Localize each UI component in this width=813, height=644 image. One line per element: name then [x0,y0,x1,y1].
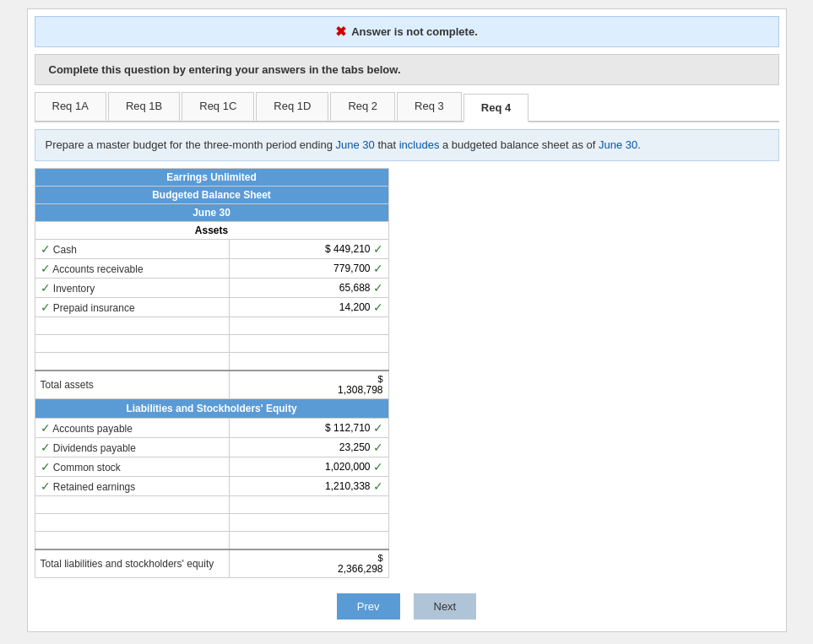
tab-req1b[interactable]: Req 1B [108,92,180,121]
bottom-buttons: Prev Next [35,585,779,628]
tab-req1c[interactable]: Req 1C [182,92,254,121]
cs-amount: 1,020,000 [325,461,370,473]
total-assets-label: Total assets [35,371,229,399]
sheet-type-row: Budgeted Balance Sheet [35,186,388,203]
answer-banner: ✖ Answer is not complete. [35,16,779,47]
check-ar: ✓ [41,262,51,275]
asset-row-cash: ✓ Cash $ 449,210 ✓ [35,239,388,258]
total-liabilities-value: $ 2,366,298 [229,549,388,578]
total-liabilities-dollar: $ [377,553,382,563]
liability-row-cs: ✓ Common stock 1,020,000 ✓ [35,457,388,476]
sheet-type: Budgeted Balance Sheet [35,186,388,203]
total-assets-value: $ 1,308,798 [229,371,388,399]
asset-value-ar: 779,700 ✓ [229,258,388,278]
liability-value-ap: $ 112,710 ✓ [229,418,388,437]
asset-value-prepaid: 14,200 ✓ [229,297,388,317]
total-assets-dollar: $ [377,374,382,384]
ap-amount: $ 112,710 [325,422,370,434]
tab-req4[interactable]: Req 4 [463,94,528,122]
cash-amount: $ 449,210 [325,243,370,255]
check-ap-right: ✓ [373,421,383,435]
answer-banner-text: Answer is not complete. [351,25,478,38]
asset-value-cash: $ 449,210 ✓ [229,239,388,258]
asset-empty-value-1 [229,317,388,334]
asset-empty-label-2 [35,334,229,352]
liability-value-dp: 23,250 ✓ [229,437,388,457]
total-liabilities-label: Total liabilities and stockholders' equi… [35,549,229,578]
asset-empty-value-3 [229,352,388,371]
company-name: Earrings Unlimited [35,168,388,186]
check-dp: ✓ [41,441,51,454]
liability-label-re: ✓ Retained earnings [35,476,229,495]
total-assets-row: Total assets $ 1,308,798 [35,371,388,399]
liability-label-dp: ✓ Dividends payable [35,437,229,457]
total-assets-amount: 1,308,798 [338,384,382,396]
sheet-date: June 30 [35,203,388,221]
liability-empty-value-3 [229,531,388,549]
assets-header-row: Assets [35,221,388,239]
liabilities-header: Liabilities and Stockholders' Equity [35,398,388,418]
liability-empty-row-3 [35,531,388,549]
liability-empty-value-2 [229,513,388,531]
asset-empty-row-3 [35,352,388,371]
next-button[interactable]: Next [414,593,477,620]
check-cash: ✓ [41,242,51,256]
check-cs-right: ✓ [373,460,383,474]
instruction-text: Complete this question by entering your … [49,63,401,76]
asset-label-prepaid: ✓ Prepaid insurance [35,297,229,317]
check-ar-right: ✓ [373,262,383,275]
dp-amount: 23,250 [339,441,371,453]
inventory-amount: 65,688 [339,282,371,294]
prev-button[interactable]: Prev [337,593,400,620]
balance-sheet-table: Earrings Unlimited Budgeted Balance Shee… [35,168,389,578]
company-header-row: Earrings Unlimited [35,168,388,186]
liability-label-cs: ✓ Common stock [35,457,229,476]
re-amount: 1,210,338 [325,480,370,492]
ar-amount: 779,700 [333,262,370,274]
asset-label-ar: ✓ Accounts receivable [35,258,229,278]
asset-value-inventory: 65,688 ✓ [229,278,388,297]
liability-empty-label-2 [35,513,229,531]
asset-row-inventory: ✓ Inventory 65,688 ✓ [35,278,388,297]
check-ap: ✓ [41,421,51,435]
date-row: June 30 [35,203,388,221]
liability-label-ap: ✓ Accounts payable [35,418,229,437]
liability-empty-label-1 [35,495,229,513]
asset-empty-label-3 [35,352,229,371]
liability-empty-row-1 [35,495,388,513]
total-liabilities-row: Total liabilities and stockholders' equi… [35,549,388,578]
total-liabilities-amount: 2,366,298 [338,563,382,575]
liability-value-re: 1,210,338 ✓ [229,476,388,495]
tabs-container: Req 1A Req 1B Req 1C Req 1D Req 2 Req 3 … [35,92,779,122]
liability-row-re: ✓ Retained earnings 1,210,338 ✓ [35,476,388,495]
check-prepaid-right: ✓ [373,300,383,314]
liability-row-ap: ✓ Accounts payable $ 112,710 ✓ [35,418,388,437]
balance-sheet-container: Earrings Unlimited Budgeted Balance Shee… [35,168,389,578]
liability-row-dp: ✓ Dividends payable 23,250 ✓ [35,437,388,457]
liability-empty-value-1 [229,495,388,513]
tab-req2[interactable]: Req 2 [330,92,395,121]
liabilities-header-row: Liabilities and Stockholders' Equity [35,398,388,418]
check-re-right: ✓ [373,479,383,493]
check-inventory-right: ✓ [373,281,383,295]
asset-empty-row-2 [35,334,388,352]
asset-empty-value-2 [229,334,388,352]
asset-empty-row-1 [35,317,388,334]
check-inventory: ✓ [41,281,51,295]
description-highlight1: June 30 [336,138,375,151]
check-cash-right: ✓ [373,242,383,256]
check-cs: ✓ [41,460,51,474]
main-container: ✖ Answer is not complete. Complete this … [27,8,787,632]
tab-req1a[interactable]: Req 1A [35,92,106,121]
description-highlight2: includes [399,138,440,151]
asset-empty-label-1 [35,317,229,334]
liability-empty-label-3 [35,531,229,549]
tab-req3[interactable]: Req 3 [397,92,462,121]
asset-label-cash: ✓ Cash [35,239,229,258]
tab-req1d[interactable]: Req 1D [256,92,328,121]
description: Prepare a master budget for the three-mo… [35,129,779,161]
assets-header: Assets [35,221,388,239]
asset-row-prepaid: ✓ Prepaid insurance 14,200 ✓ [35,297,388,317]
description-highlight3: June 30 [599,138,637,151]
check-dp-right: ✓ [373,441,383,454]
